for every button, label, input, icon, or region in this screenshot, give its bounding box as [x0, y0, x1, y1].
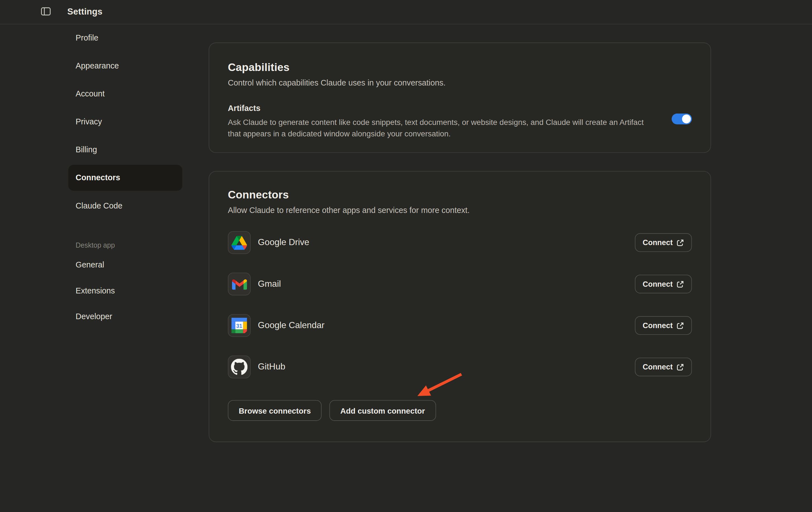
settings-sidebar: Profile Appearance Account Privacy Billi…: [68, 24, 182, 329]
connector-row-github: GitHub Connect: [228, 346, 692, 388]
connector-actions: Browse connectors Add custom connector: [228, 400, 692, 421]
artifacts-setting-row: Artifacts Ask Claude to generate content…: [228, 103, 692, 139]
connect-label: Connect: [643, 238, 673, 247]
connectors-title: Connectors: [228, 188, 692, 201]
artifacts-toggle[interactable]: [671, 113, 692, 124]
browse-connectors-button[interactable]: Browse connectors: [228, 400, 322, 421]
connector-name: Gmail: [258, 279, 281, 289]
settings-window: Settings Profile Appearance Account Priv…: [0, 0, 812, 512]
connector-name: Google Drive: [258, 237, 309, 248]
capabilities-subtitle: Control which capabilities Claude uses i…: [228, 77, 692, 88]
connector-name: GitHub: [258, 362, 285, 372]
capabilities-card: Capabilities Control which capabilities …: [209, 43, 711, 153]
panel-left-icon: [41, 7, 51, 16]
top-bar: Settings: [0, 0, 812, 24]
sidebar-item-extensions[interactable]: Extensions: [68, 278, 182, 304]
page-title: Settings: [67, 0, 103, 24]
sidebar-item-claude-code[interactable]: Claude Code: [68, 192, 182, 220]
artifacts-description: Ask Claude to generate content like code…: [228, 116, 646, 139]
gmail-icon: [228, 273, 251, 296]
connector-row-google-drive: Google Drive Connect: [228, 222, 692, 263]
connect-github-button[interactable]: Connect: [635, 358, 692, 376]
google-calendar-icon: 31: [228, 314, 251, 337]
capabilities-title: Capabilities: [228, 61, 692, 74]
connect-label: Connect: [643, 321, 673, 330]
connect-google-calendar-button[interactable]: Connect: [635, 316, 692, 335]
connect-gmail-button[interactable]: Connect: [635, 275, 692, 293]
sidebar-item-account[interactable]: Account: [68, 80, 182, 108]
artifacts-title: Artifacts: [228, 103, 646, 113]
google-drive-icon: [228, 231, 251, 254]
sidebar-item-privacy[interactable]: Privacy: [68, 108, 182, 136]
sidebar-section-desktop-app: Desktop app: [68, 238, 182, 252]
connect-google-drive-button[interactable]: Connect: [635, 233, 692, 252]
external-link-icon: [676, 363, 684, 371]
connect-label: Connect: [643, 363, 673, 371]
sidebar-item-developer[interactable]: Developer: [68, 304, 182, 330]
connector-row-gmail: Gmail Connect: [228, 263, 692, 305]
artifacts-text: Artifacts Ask Claude to generate content…: [228, 103, 646, 139]
sidebar-item-billing[interactable]: Billing: [68, 136, 182, 164]
connector-name: Google Calendar: [258, 320, 324, 331]
sidebar-toggle-button[interactable]: [40, 6, 51, 17]
connector-row-google-calendar: 31 Google Calendar Connect: [228, 305, 692, 346]
external-link-icon: [676, 322, 684, 329]
sidebar-item-profile[interactable]: Profile: [68, 24, 182, 52]
connector-list: Google Drive Connect: [228, 222, 692, 388]
connectors-subtitle: Allow Claude to reference other apps and…: [228, 205, 692, 216]
sidebar-item-general[interactable]: General: [68, 252, 182, 278]
connectors-card: Connectors Allow Claude to reference oth…: [209, 171, 711, 442]
calendar-day-number: 31: [236, 323, 242, 329]
external-link-icon: [676, 280, 684, 288]
sidebar-item-appearance[interactable]: Appearance: [68, 52, 182, 80]
github-icon: [228, 355, 251, 378]
connect-label: Connect: [643, 280, 673, 288]
external-link-icon: [676, 239, 684, 246]
toggle-knob: [682, 115, 691, 124]
sidebar-item-connectors[interactable]: Connectors: [68, 165, 182, 191]
add-custom-connector-button[interactable]: Add custom connector: [329, 400, 436, 421]
